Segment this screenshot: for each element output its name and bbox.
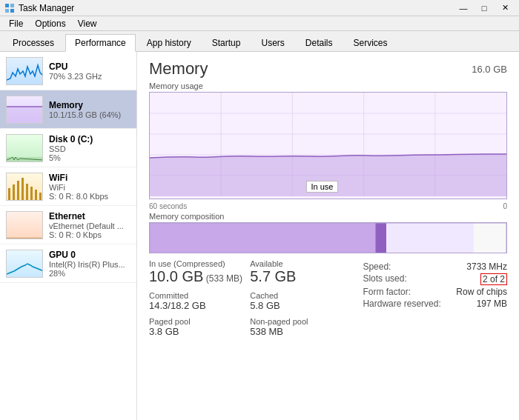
memory-usage-label: Memory usage — [149, 81, 507, 90]
wifi-detail2: S: 0 R: 8.0 Kbps — [49, 192, 130, 201]
stats-row: In use (Compressed) 10.0 GB (533 MB) Ava… — [149, 259, 507, 341]
window-controls: — □ ✕ — [454, 1, 515, 15]
svg-rect-0 — [5, 4, 9, 7]
svg-rect-27 — [386, 223, 474, 253]
available-stat: Available 5.7 GB — [250, 259, 351, 290]
slots-value: 2 of 2 — [480, 273, 507, 285]
ethernet-info: Ethernet vEthernet (Default ... S: 0 R: … — [49, 211, 130, 239]
sidebar-item-cpu[interactable]: CPU 70% 3.23 GHz — [0, 52, 136, 90]
content-area: Memory 16.0 GB Memory usage In use — [137, 52, 519, 420]
ethernet-detail2: S: 0 R: 0 Kbps — [49, 230, 130, 239]
ethernet-detail1: vEthernet (Default ... — [49, 221, 130, 230]
slots-label: Slots used: — [363, 273, 406, 285]
memory-usage-chart: In use — [149, 92, 507, 199]
hardware-reserved-value: 197 MB — [477, 299, 507, 309]
menu-options[interactable]: Options — [29, 17, 71, 30]
ethernet-name: Ethernet — [49, 211, 130, 221]
memory-thumbnail — [6, 96, 43, 124]
form-factor-label: Form factor: — [363, 287, 411, 297]
svg-rect-25 — [150, 223, 375, 253]
gpu-detail2: 28% — [49, 269, 130, 278]
stats-left: In use (Compressed) 10.0 GB (533 MB) Ava… — [149, 259, 351, 341]
svg-rect-13 — [35, 190, 37, 201]
main-area: CPU 70% 3.23 GHz Memory 10.1/15.8 GB (64… — [0, 52, 519, 420]
disk-info: Disk 0 (C:) SSD 5% — [49, 134, 130, 162]
chart-time-end: 0 — [503, 202, 507, 210]
slots-row: Slots used: 2 of 2 — [363, 273, 507, 286]
tab-processes[interactable]: Processes — [3, 34, 64, 51]
in-use-label: In use (Compressed) — [149, 259, 250, 268]
sidebar-item-wifi[interactable]: WiFi WiFi S: 0 R: 8.0 Kbps — [0, 167, 136, 206]
memory-composition-chart — [149, 222, 507, 253]
in-use-stat: In use (Compressed) 10.0 GB (533 MB) — [149, 259, 250, 290]
memory-info: Memory 10.1/15.8 GB (64%) — [49, 100, 130, 119]
in-use-compressed: (533 MB) — [206, 273, 242, 284]
in-use-value: 10.0 GB (533 MB) — [149, 268, 250, 285]
paged-pool-stat: Paged pool 3.8 GB — [149, 317, 250, 341]
gpu-thumbnail — [6, 250, 43, 278]
wifi-thumbnail — [6, 173, 43, 201]
gpu-detail1: Intel(R) Iris(R) Plus... — [49, 260, 130, 269]
cached-label: Cached — [250, 291, 351, 300]
wifi-detail1: WiFi — [49, 183, 130, 192]
cpu-detail: 70% 3.23 GHz — [49, 72, 130, 81]
non-paged-pool-label: Non-paged pool — [250, 317, 351, 326]
title-bar: Task Manager — □ ✕ — [0, 0, 519, 16]
svg-rect-26 — [375, 223, 386, 253]
wifi-info: WiFi WiFi S: 0 R: 8.0 Kbps — [49, 173, 130, 201]
cached-value: 5.8 GB — [250, 300, 351, 311]
tab-performance[interactable]: Performance — [65, 34, 136, 52]
available-label: Available — [250, 259, 351, 268]
tab-details[interactable]: Details — [296, 34, 343, 51]
sidebar: CPU 70% 3.23 GHz Memory 10.1/15.8 GB (64… — [0, 52, 137, 420]
chart-time-start: 60 seconds — [149, 202, 187, 210]
ethernet-thumbnail — [6, 211, 43, 239]
hardware-reserved-label: Hardware reserved: — [363, 299, 440, 309]
cached-stat: Cached 5.8 GB — [250, 291, 351, 316]
close-button[interactable]: ✕ — [495, 1, 515, 15]
tab-bar: Processes Performance App history Startu… — [0, 31, 519, 52]
wifi-name: WiFi — [49, 173, 130, 183]
paged-pool-value: 3.8 GB — [149, 326, 250, 337]
form-factor-row: Form factor: Row of chips — [363, 286, 507, 298]
maximize-button[interactable]: □ — [475, 1, 494, 15]
non-paged-pool-value: 538 MB — [250, 326, 351, 337]
memory-detail: 10.1/15.8 GB (64%) — [49, 110, 130, 119]
svg-rect-8 — [13, 184, 15, 201]
sidebar-item-gpu[interactable]: GPU 0 Intel(R) Iris(R) Plus... 28% — [0, 244, 136, 283]
tab-services[interactable]: Services — [344, 34, 397, 51]
speed-value: 3733 MHz — [466, 261, 507, 272]
disk-detail1: SSD — [49, 144, 130, 153]
disk-thumbnail — [6, 134, 43, 162]
content-total: 16.0 GB — [472, 59, 507, 75]
sidebar-item-ethernet[interactable]: Ethernet vEthernet (Default ... S: 0 R: … — [0, 206, 136, 244]
tab-users[interactable]: Users — [251, 34, 294, 51]
memory-composition-label: Memory composition — [149, 212, 507, 221]
tab-app-history[interactable]: App history — [137, 34, 201, 51]
committed-stat: Committed 14.3/18.2 GB — [149, 291, 250, 316]
svg-rect-1 — [10, 4, 14, 7]
svg-rect-3 — [10, 9, 14, 13]
form-factor-value: Row of chips — [456, 287, 507, 297]
minimize-button[interactable]: — — [454, 1, 473, 15]
svg-rect-10 — [22, 178, 24, 201]
svg-rect-4 — [7, 107, 43, 124]
committed-value: 14.3/18.2 GB — [149, 300, 250, 311]
svg-rect-14 — [39, 193, 42, 201]
menu-view[interactable]: View — [72, 17, 103, 30]
svg-rect-2 — [5, 9, 9, 13]
disk-detail2: 5% — [49, 153, 130, 162]
svg-rect-12 — [30, 187, 33, 201]
menu-file[interactable]: File — [3, 17, 29, 30]
app-icon — [4, 3, 15, 13]
sidebar-item-disk[interactable]: Disk 0 (C:) SSD 5% — [0, 129, 136, 167]
content-title: Memory — [149, 59, 208, 79]
in-use-tooltip: In use — [306, 181, 339, 193]
sidebar-item-memory[interactable]: Memory 10.1/15.8 GB (64%) — [0, 90, 136, 129]
svg-rect-7 — [8, 188, 10, 201]
disk-name: Disk 0 (C:) — [49, 134, 130, 144]
content-header: Memory 16.0 GB — [149, 59, 507, 79]
stats-right: Speed: 3733 MHz Slots used: 2 of 2 Form … — [351, 259, 507, 341]
stats-grid: In use (Compressed) 10.0 GB (533 MB) Ava… — [149, 259, 351, 341]
tab-startup[interactable]: Startup — [202, 34, 251, 51]
